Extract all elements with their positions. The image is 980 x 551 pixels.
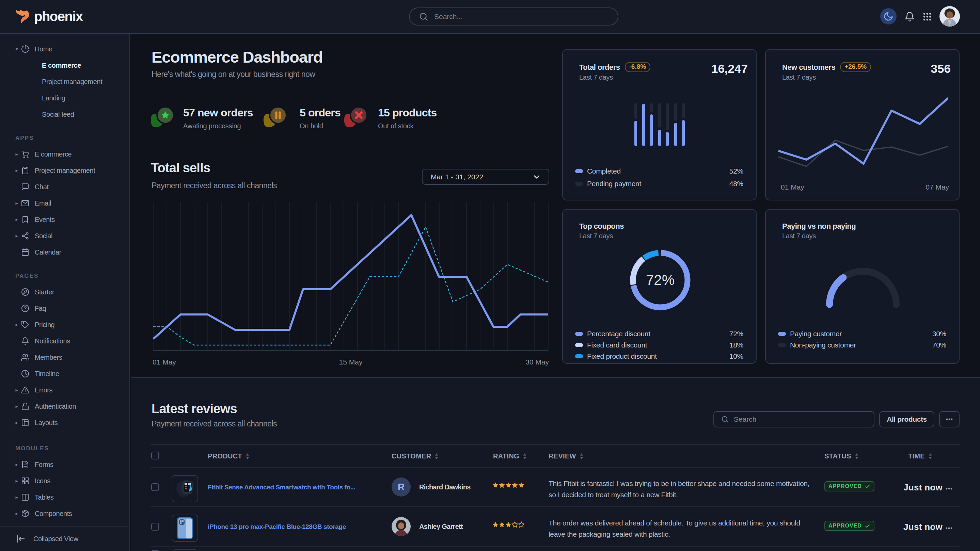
svg-text:72%: 72% bbox=[646, 272, 675, 288]
svg-text:15 May: 15 May bbox=[339, 358, 363, 365]
svg-text:30 May: 30 May bbox=[525, 358, 549, 365]
svg-text:01 May: 01 May bbox=[153, 358, 176, 365]
